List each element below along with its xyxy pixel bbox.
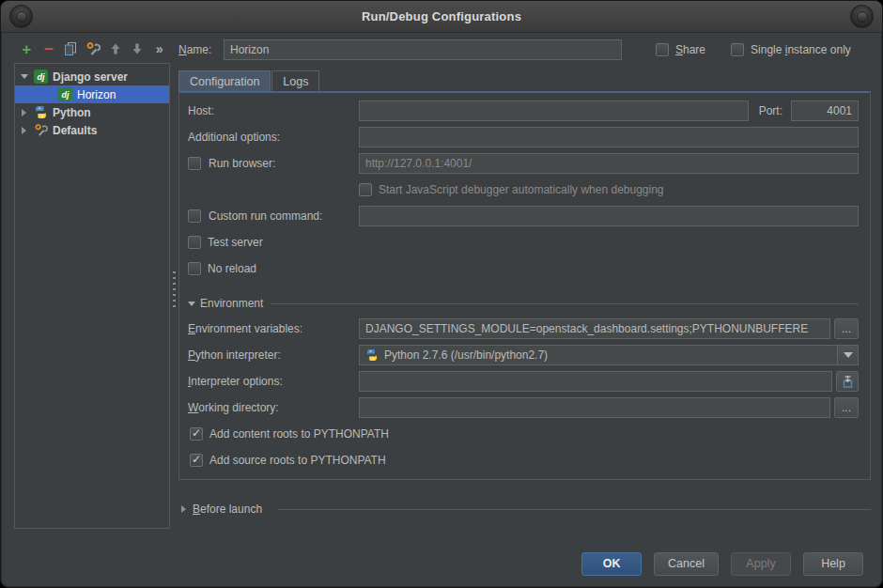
ok-button[interactable]: OK: [581, 552, 642, 576]
add-configuration-button[interactable]: +: [16, 39, 38, 59]
edit-defaults-button[interactable]: [83, 39, 104, 59]
dialog-title: Run/Debug Configurations: [33, 9, 850, 23]
additional-options-row: Additional options:: [188, 127, 859, 147]
test-server-checkbox[interactable]: [188, 236, 201, 249]
tree-item-django-server[interactable]: dj Django server: [15, 68, 169, 85]
section-collapsed-arrow-icon: [181, 505, 186, 513]
working-directory-browse-button[interactable]: ...: [834, 397, 859, 418]
port-input[interactable]: [791, 101, 859, 121]
remove-icon: −: [44, 41, 54, 57]
working-directory-input[interactable]: [359, 397, 830, 418]
python-interpreter-row: Python interpreter: Python 2.7.6 (/usr/b…: [188, 345, 859, 365]
collapsed-arrow-icon: [22, 127, 26, 134]
apply-button[interactable]: Apply: [731, 552, 791, 576]
tab-configuration[interactable]: Configuration: [178, 70, 271, 91]
tree-item-label: Horizon: [77, 88, 116, 101]
environment-variables-row: Environment variables: ...: [188, 318, 859, 339]
section-divider: [278, 509, 871, 510]
python-interpreter-value: Python 2.7.6 (/usr/bin/python2.7): [384, 348, 548, 362]
working-directory-row: Working directory: ...: [188, 397, 859, 418]
interpreter-options-expand-button[interactable]: [836, 371, 859, 392]
no-reload-label: No reload: [208, 262, 256, 275]
window-control-right-button[interactable]: [850, 5, 874, 28]
python-interpreter-label: Python interpreter:: [188, 348, 359, 362]
js-debugger-label: Start JavaScript debugger automatically …: [379, 183, 664, 196]
run-browser-row: Run browser:: [188, 153, 859, 174]
before-launch-label: Before launch: [193, 503, 262, 516]
name-row: Name: Share Single instance only: [178, 39, 871, 61]
environment-variables-label: Environment variables:: [188, 322, 359, 335]
name-label: Name:: [178, 43, 224, 56]
js-debugger-row: Start JavaScript debugger automatically …: [188, 179, 859, 200]
custom-run-command-checkbox[interactable]: [188, 209, 201, 223]
custom-run-command-input[interactable]: [359, 206, 859, 226]
additional-options-label: Additional options:: [188, 131, 359, 144]
panel-splitter[interactable]: [170, 37, 178, 546]
python-interpreter-combobox[interactable]: Python 2.7.6 (/usr/bin/python2.7): [359, 345, 859, 365]
tab-logs[interactable]: Logs: [271, 70, 319, 91]
before-launch-section-header[interactable]: Before launch: [178, 500, 871, 518]
host-input[interactable]: [359, 101, 749, 121]
python-interpreter-dropdown-button[interactable]: [837, 346, 858, 364]
title-bar: Run/Debug Configurations: [1, 1, 882, 33]
toolbar-overflow-button[interactable]: »: [148, 39, 170, 59]
configuration-editor: Name: Share Single instance only Configu…: [178, 37, 873, 546]
single-instance-checkbox[interactable]: [731, 43, 744, 56]
no-reload-checkbox[interactable]: [188, 262, 201, 275]
add-source-roots-checkbox[interactable]: ✓: [190, 454, 203, 467]
python-icon: [34, 105, 48, 119]
remove-configuration-button[interactable]: −: [39, 39, 60, 59]
django-icon: dj: [58, 87, 72, 101]
checkmark-icon: ✓: [192, 454, 201, 465]
window-control-left-button[interactable]: [9, 5, 33, 28]
run-debug-configurations-dialog: Run/Debug Configurations + −: [0, 0, 883, 588]
interpreter-options-input[interactable]: [359, 371, 832, 392]
run-browser-checkbox[interactable]: [188, 157, 201, 170]
move-down-button[interactable]: [127, 39, 148, 59]
move-up-button[interactable]: [104, 39, 126, 59]
share-checkbox[interactable]: [656, 43, 669, 56]
configurations-tree: dj Django server dj Horizon: [14, 63, 170, 529]
collapsed-arrow-icon: [22, 109, 26, 116]
run-browser-url-input[interactable]: [359, 153, 859, 174]
tree-item-horizon[interactable]: dj Horizon: [15, 85, 169, 103]
window-control-left-icon: [16, 11, 27, 23]
js-debugger-checkbox[interactable]: [359, 183, 372, 196]
custom-run-command-label: Custom run command:: [209, 209, 322, 223]
expand-field-icon: [841, 375, 855, 389]
expanded-arrow-icon: [21, 74, 28, 79]
environment-variables-browse-button[interactable]: ...: [834, 318, 859, 339]
port-label: Port:: [759, 104, 782, 117]
working-directory-label: Working directory:: [188, 401, 359, 414]
tree-toolbar: + −: [14, 37, 170, 61]
host-label: Host:: [188, 104, 359, 117]
single-instance-label: Single instance only: [751, 43, 851, 56]
checkmark-icon: ✓: [192, 427, 201, 439]
tree-item-label: Python: [53, 106, 91, 119]
host-row: Host: Port:: [188, 101, 859, 121]
copy-configuration-button[interactable]: [60, 39, 82, 59]
arrow-up-icon: [108, 41, 123, 56]
additional-options-input[interactable]: [359, 127, 859, 147]
add-content-roots-checkbox[interactable]: ✓: [190, 427, 203, 441]
name-input[interactable]: [224, 39, 622, 60]
interpreter-options-label: Interpreter options:: [188, 375, 359, 388]
tree-item-label: Django server: [53, 70, 128, 84]
chevron-double-right-icon: »: [156, 42, 163, 55]
dialog-body: + −: [1, 33, 882, 546]
tree-item-label: Defaults: [53, 124, 97, 137]
cancel-button[interactable]: Cancel: [654, 552, 719, 576]
tree-item-python[interactable]: Python: [15, 103, 169, 121]
wrench-gear-icon: [85, 41, 101, 56]
run-browser-label: Run browser:: [209, 157, 275, 170]
add-source-roots-row: ✓ Add source roots to PYTHONPATH: [190, 450, 859, 471]
help-button[interactable]: Help: [803, 552, 863, 576]
environment-variables-input[interactable]: [359, 318, 830, 339]
window-control-right-icon: [857, 11, 868, 23]
dropdown-arrow-icon: [844, 352, 853, 358]
tree-item-defaults[interactable]: Defaults: [15, 121, 169, 139]
environment-section-header[interactable]: Environment: [188, 294, 859, 313]
configuration-tab-panel: Host: Port: Additional options: Run brow…: [178, 91, 871, 480]
settings-wrench-icon: [34, 123, 48, 137]
arrow-down-icon: [130, 41, 145, 56]
